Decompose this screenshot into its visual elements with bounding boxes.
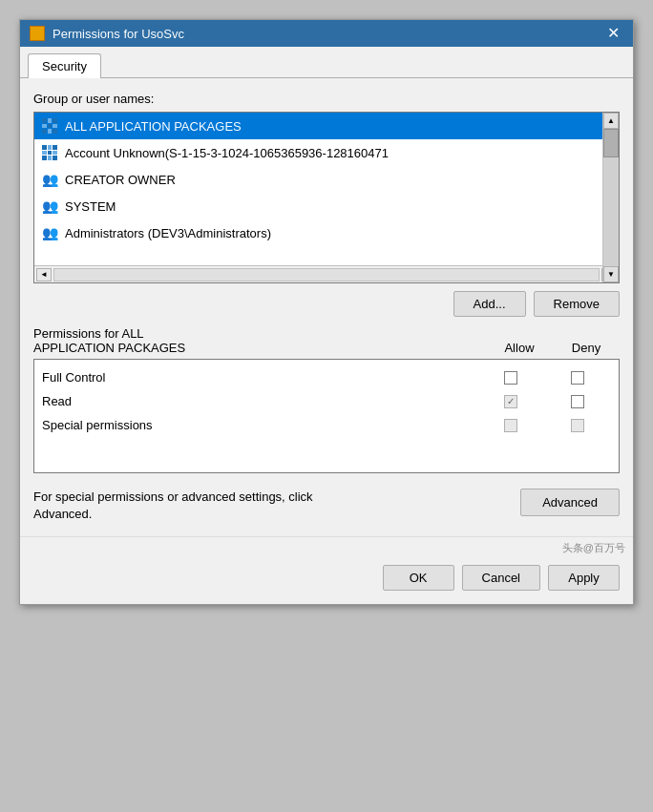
scroll-up-arrow[interactable]: ▲ (603, 113, 619, 129)
remove-button[interactable]: Remove (534, 291, 620, 317)
vertical-scrollbar[interactable]: ▲ ▼ (602, 113, 619, 282)
group-label: Group or user names: (33, 92, 620, 106)
title-bar-left: Permissions for UsoSvc (30, 26, 184, 41)
list-item[interactable]: 👥 SYSTEM (34, 193, 619, 219)
permissions-table: Full Control Read ✓ Special (33, 359, 620, 473)
read-deny-cell (544, 395, 611, 408)
user-list: ALL APPLICATION PACKAGES Account Unknow (34, 113, 619, 265)
list-item[interactable]: Account Unknown(S-1-15-3-1024-1065365936… (34, 139, 619, 166)
list-item[interactable]: 👥 Administrators (DEV3\Administrators) (34, 219, 619, 246)
apply-button[interactable]: Apply (548, 565, 620, 591)
user-icon: 👥 (40, 197, 59, 216)
dialog-title: Permissions for UsoSvc (53, 27, 184, 41)
folder-icon (30, 26, 45, 41)
special-deny-checkbox[interactable] (571, 419, 584, 432)
permissions-label: Permissions for ALL APPLICATION PACKAGES (33, 326, 486, 355)
user-icon: 👥 (40, 223, 59, 242)
advanced-button[interactable]: Advanced (520, 489, 620, 516)
ok-button[interactable]: OK (383, 565, 454, 591)
full-control-deny-cell (544, 371, 611, 385)
scroll-left-arrow[interactable]: ◄ (36, 268, 52, 281)
close-button[interactable]: ✕ (603, 26, 623, 41)
special-allow-cell (477, 419, 544, 432)
app-pkg-icon (40, 116, 59, 135)
user-list-scroll[interactable]: ALL APPLICATION PACKAGES Account Unknow (34, 113, 619, 265)
h-scroll-track[interactable] (53, 268, 600, 281)
add-button[interactable]: Add... (453, 291, 526, 317)
deny-column-header: Deny (553, 341, 620, 355)
special-deny-cell (544, 419, 611, 432)
special-allow-checkbox[interactable] (504, 419, 517, 432)
bottom-section: For special permissions or advanced sett… (33, 487, 620, 523)
scroll-track[interactable] (603, 129, 619, 266)
perm-name: Full Control (42, 370, 477, 385)
read-allow-checkbox[interactable]: ✓ (504, 395, 517, 408)
content-area: Group or user names: (20, 78, 633, 536)
user-list-container: ALL APPLICATION PACKAGES Account Unknow (33, 112, 620, 283)
watermark: 头条@百万号 (20, 536, 633, 557)
dialog-buttons: OK Cancel Apply (20, 557, 633, 604)
scroll-thumb[interactable] (603, 129, 619, 157)
list-item[interactable]: 👥 CREATOR OWNER (34, 166, 619, 193)
read-deny-checkbox[interactable] (571, 395, 584, 408)
footer-description: For special permissions or advanced sett… (33, 489, 358, 523)
permissions-dialog: Permissions for UsoSvc ✕ Security Group … (19, 19, 634, 605)
permissions-header: Permissions for ALL APPLICATION PACKAGES… (33, 326, 620, 355)
scroll-down-arrow[interactable]: ▼ (603, 266, 619, 282)
full-control-allow-checkbox[interactable] (504, 371, 517, 385)
perm-name: Special permissions (42, 418, 477, 432)
tab-security[interactable]: Security (28, 53, 101, 78)
allow-column-header: Allow (486, 341, 553, 355)
title-bar: Permissions for UsoSvc ✕ (20, 20, 633, 47)
add-remove-buttons: Add... Remove (33, 291, 620, 317)
perm-row-read: Read ✓ (42, 389, 611, 413)
perm-row-special: Special permissions (42, 413, 611, 437)
perm-name: Read (42, 394, 477, 408)
app-pkg-icon (40, 143, 59, 162)
tab-bar: Security (20, 47, 633, 78)
full-control-deny-checkbox[interactable] (571, 371, 584, 385)
cancel-button[interactable]: Cancel (462, 565, 540, 591)
user-icon: 👥 (40, 170, 59, 189)
perm-row-full-control: Full Control (42, 365, 611, 389)
read-allow-cell: ✓ (477, 395, 544, 408)
full-control-allow-cell (477, 371, 544, 385)
list-item[interactable]: ALL APPLICATION PACKAGES (34, 113, 619, 139)
horizontal-scrollbar[interactable]: ◄ ► (34, 265, 619, 282)
